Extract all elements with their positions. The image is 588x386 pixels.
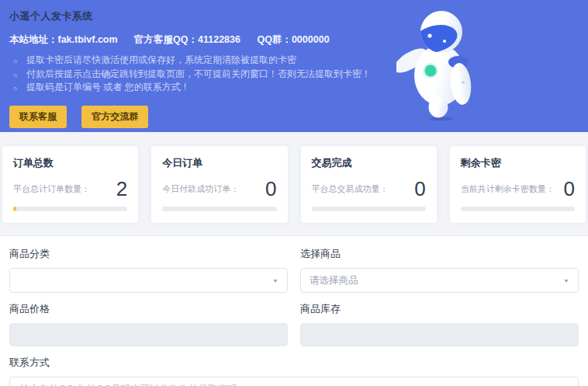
stat-title: 交易完成 — [312, 156, 426, 170]
hero-buttons: 联系客服 官方交流群 — [9, 106, 579, 128]
price-display-field — [9, 323, 288, 346]
stat-card-remaining-cards: 剩余卡密 当前共计剩余卡密数量： 0 — [450, 146, 586, 223]
stat-value: 0 — [564, 179, 575, 199]
page-title: 小遥个人发卡系统 — [9, 9, 579, 23]
stat-progress-bar — [461, 207, 575, 211]
service-qq: 官方客服QQ：41122836 — [134, 34, 240, 45]
purchase-form: 商品分类 ▼ 选择商品 请选择商品 ▼ 商品价格 商品库存 联系方式 — [0, 235, 588, 386]
category-select[interactable]: ▼ — [9, 268, 288, 293]
stat-progress-bar — [162, 207, 276, 211]
stat-progress-bar — [312, 207, 426, 211]
contact-service-button[interactable]: 联系客服 — [9, 106, 67, 128]
stat-label: 平台总计订单数量： — [13, 183, 90, 195]
product-selected-value: 请选择商品 — [310, 274, 358, 287]
chevron-down-icon: ▼ — [563, 277, 569, 283]
product-select[interactable]: 请选择商品 ▼ — [300, 268, 579, 293]
hero-banner: 小遥个人发卡系统 本站地址：fak.tbivf.com 官方客服QQ：41122… — [0, 0, 588, 132]
stat-card-completed-trades: 交易完成 平台总交易成功量： 0 — [301, 146, 437, 223]
product-label: 选择商品 — [300, 247, 579, 261]
stock-display-field — [300, 323, 579, 346]
contact-field-group: 联系方式 — [9, 356, 579, 386]
category-field-group: 商品分类 ▼ — [9, 238, 288, 293]
stat-value: 0 — [414, 179, 425, 199]
stat-progress-bar — [13, 207, 127, 211]
stat-label: 平台总交易成功量： — [312, 183, 389, 195]
stats-row: 订单总数 平台总计订单数量： 2 今日订单 今日付款成功订单： 0 交易完成 平… — [0, 132, 588, 235]
site-address: 本站地址：fak.tbivf.com — [9, 34, 118, 45]
stat-label: 当前共计剩余卡密数量： — [461, 183, 555, 195]
price-label: 商品价格 — [9, 302, 288, 316]
robot-mascot-icon — [396, 4, 479, 122]
category-label: 商品分类 — [9, 247, 288, 261]
stock-field-group: 商品库存 — [300, 293, 579, 346]
contact-input[interactable] — [9, 377, 579, 386]
site-info-line: 本站地址：fak.tbivf.com 官方客服QQ：41122836 QQ群：0… — [9, 33, 579, 47]
contact-label: 联系方式 — [9, 356, 579, 370]
product-field-group: 选择商品 请选择商品 ▼ — [300, 238, 579, 293]
official-group-button[interactable]: 官方交流群 — [81, 106, 148, 128]
stat-value: 2 — [116, 179, 127, 199]
stat-card-total-orders: 订单总数 平台总计订单数量： 2 — [2, 146, 138, 223]
qq-group: QQ群：0000000 — [257, 34, 329, 45]
notice-item: 提取码是订单编号 或者 您的联系方式！ — [9, 81, 579, 95]
stat-title: 订单总数 — [13, 156, 127, 170]
notice-item: 付款后按提示点击确定跳转到提取页面，不可提前关闭窗口！否则无法提取到卡密！ — [9, 68, 579, 82]
stat-card-today-orders: 今日订单 今日付款成功订单： 0 — [151, 146, 287, 223]
stat-label: 今日付款成功订单： — [162, 183, 239, 195]
stock-label: 商品库存 — [300, 302, 579, 316]
price-field-group: 商品价格 — [9, 293, 288, 346]
stat-title: 剩余卡密 — [461, 156, 575, 170]
notice-list: 提取卡密后请尽快激活使用或保存好，系统定期清除被提取的卡密 付款后按提示点击确定… — [9, 54, 579, 95]
chevron-down-icon: ▼ — [272, 277, 278, 283]
stat-title: 今日订单 — [162, 156, 276, 170]
stat-progress-fill — [13, 207, 16, 211]
notice-item: 提取卡密后请尽快激活使用或保存好，系统定期清除被提取的卡密 — [9, 54, 579, 68]
stat-value: 0 — [265, 179, 276, 199]
